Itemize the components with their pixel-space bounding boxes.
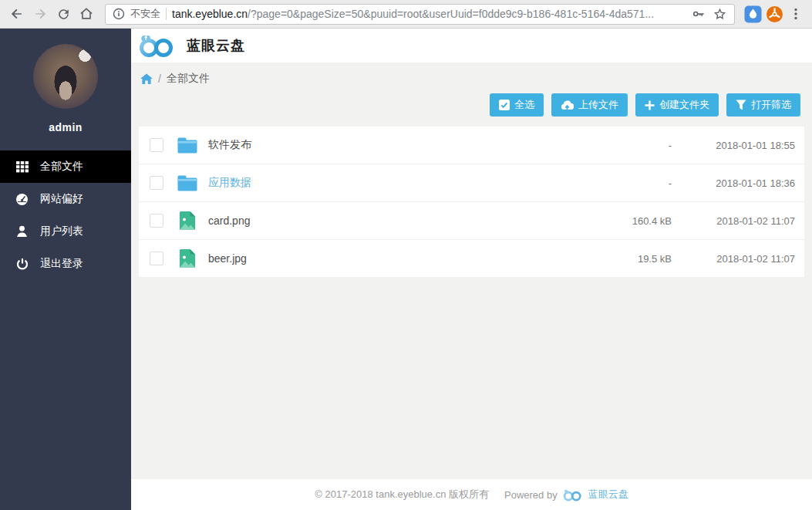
omnibox-divider: [166, 8, 167, 20]
footer: © 2017-2018 tank.eyeblue.cn 版权所有 Powered…: [131, 479, 812, 510]
sidebar-item-user-list[interactable]: 用户列表: [0, 215, 131, 248]
main-content: 蓝眼云盘 / 全部文件 全选 上传文件: [131, 29, 812, 510]
button-label: 打开筛选: [751, 98, 791, 112]
key-icon[interactable]: [691, 6, 706, 22]
copyright-text: © 2017-2018 tank.eyeblue.cn 版权所有: [315, 488, 489, 502]
file-row[interactable]: beer.jpg 19.5 kB 2018-01-02 11:07: [139, 240, 804, 278]
url-query: /?page=0&pageSize=50&puuid=root&userUuid…: [248, 8, 654, 20]
refresh-icon[interactable]: [52, 3, 74, 25]
app-title: 蓝眼云盘: [187, 36, 245, 55]
folder-icon: [177, 174, 197, 192]
sidebar-item-label: 全部文件: [40, 160, 83, 174]
url-domain: tank.eyeblue.cn: [172, 8, 248, 20]
plus-icon: [645, 100, 655, 110]
check-square-icon: [499, 100, 510, 110]
cloud-upload-icon: [561, 100, 574, 110]
filter-icon: [736, 100, 746, 110]
back-icon[interactable]: [6, 3, 28, 25]
file-size: 19.5 kB: [587, 253, 672, 265]
dashboard-icon: [15, 193, 29, 206]
file-date: 2018-01-02 11:07: [672, 253, 795, 265]
app-header: 蓝眼云盘: [131, 29, 812, 62]
app-logo-icon: [137, 33, 177, 58]
security-label: 不安全: [130, 7, 160, 21]
file-size: 160.4 kB: [587, 215, 672, 227]
image-file-icon: [177, 249, 197, 268]
extension-blue-icon[interactable]: [743, 4, 763, 24]
browser-toolbar: 不安全 tank.eyeblue.cn/?page=0&pageSize=50&…: [0, 0, 812, 29]
file-name[interactable]: card.png: [208, 214, 587, 227]
browser-menu-icon[interactable]: [786, 4, 806, 24]
home-icon[interactable]: [76, 3, 97, 25]
sidebar-menu: 全部文件 网站偏好 用户列表 退出登录: [0, 150, 131, 280]
create-folder-button[interactable]: 创建文件夹: [635, 93, 719, 117]
file-name[interactable]: 应用数据: [208, 176, 587, 190]
upload-file-button[interactable]: 上传文件: [551, 93, 628, 117]
folder-icon: [177, 136, 197, 154]
breadcrumb-separator: /: [158, 73, 161, 85]
select-all-button[interactable]: 全选: [490, 93, 544, 117]
file-name[interactable]: 软件发布: [208, 138, 587, 152]
file-row[interactable]: card.png 160.4 kB 2018-01-02 11:07: [139, 202, 804, 240]
bookmark-star-icon[interactable]: [713, 7, 727, 22]
file-date: 2018-01-02 11:07: [672, 215, 795, 227]
url-text[interactable]: tank.eyeblue.cn/?page=0&pageSize=50&puui…: [172, 8, 686, 20]
file-row[interactable]: 软件发布 - 2018-01-01 18:55: [139, 127, 804, 164]
avatar[interactable]: [33, 44, 98, 109]
footer-logo-icon: [562, 488, 584, 502]
row-checkbox[interactable]: [150, 138, 163, 152]
file-date: 2018-01-01 18:36: [672, 177, 795, 189]
info-icon[interactable]: [113, 8, 125, 20]
breadcrumb: / 全部文件: [131, 62, 812, 86]
button-label: 创建文件夹: [659, 98, 709, 112]
grid-icon: [15, 160, 29, 174]
breadcrumb-current[interactable]: 全部文件: [167, 72, 210, 86]
sidebar-item-label: 网站偏好: [40, 192, 83, 206]
row-checkbox[interactable]: [150, 252, 163, 265]
sidebar-item-logout[interactable]: 退出登录: [0, 248, 131, 280]
button-label: 上传文件: [578, 98, 618, 112]
row-checkbox[interactable]: [150, 176, 163, 190]
sidebar-item-label: 用户列表: [40, 225, 83, 238]
file-size: -: [587, 177, 672, 189]
power-icon: [15, 258, 29, 271]
sidebar-item-all-files[interactable]: 全部文件: [0, 150, 131, 183]
button-label: 全选: [514, 98, 534, 112]
file-name[interactable]: beer.jpg: [208, 252, 587, 265]
address-bar[interactable]: 不安全 tank.eyeblue.cn/?page=0&pageSize=50&…: [105, 4, 735, 25]
powered-by-text: Powered by: [504, 489, 558, 501]
toolbar: 全选 上传文件 创建文件夹 打开筛选: [131, 86, 812, 117]
username: admin: [0, 121, 131, 133]
file-list: 软件发布 - 2018-01-01 18:55 应用数据 - 2018-01-0…: [139, 127, 804, 278]
sidebar-item-label: 退出登录: [40, 257, 83, 271]
breadcrumb-home-icon[interactable]: [140, 73, 153, 85]
file-size: -: [587, 140, 672, 151]
image-file-icon: [177, 211, 197, 230]
extension-orange-icon[interactable]: [764, 4, 784, 24]
sidebar-item-site-preferences[interactable]: 网站偏好: [0, 183, 131, 215]
file-row[interactable]: 应用数据 - 2018-01-01 18:36: [139, 164, 804, 202]
open-filter-button[interactable]: 打开筛选: [726, 93, 800, 117]
sidebar: admin 全部文件 网站偏好 用户列表: [0, 29, 131, 510]
footer-brand-link[interactable]: 蓝眼云盘: [588, 488, 628, 502]
forward-icon[interactable]: [29, 3, 51, 25]
file-date: 2018-01-01 18:55: [672, 140, 795, 151]
user-icon: [15, 225, 29, 238]
row-checkbox[interactable]: [150, 214, 163, 228]
